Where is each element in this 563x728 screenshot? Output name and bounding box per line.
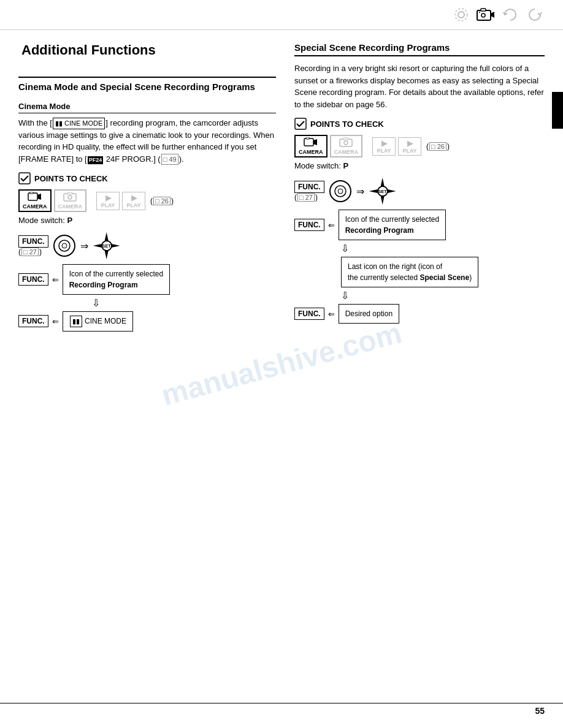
dpad-right[interactable]: SET (369, 178, 396, 205)
svg-rect-8 (28, 193, 37, 200)
page-ref-26-left: (□ 26) (150, 197, 174, 205)
arrow-left1: ⇐ (52, 275, 59, 284)
func-arrow-row1-left: FUNC. ⇐ Icon of the currently selected R… (18, 264, 276, 295)
arrow-left2: ⇐ (52, 317, 59, 326)
refresh-icon (525, 5, 545, 25)
svg-marker-18 (313, 139, 317, 145)
checkmark-icon-right (294, 118, 307, 130)
svg-point-13 (68, 195, 72, 199)
bottom-line (0, 703, 563, 703)
play-btn1-right[interactable]: ▶ PLAY (372, 137, 396, 156)
func-row-right: FUNC. (□ 27) ⇒ SET (294, 178, 545, 205)
dpad-right-center[interactable]: SET (377, 186, 388, 197)
svg-point-15 (62, 243, 67, 248)
func-circle-right[interactable] (329, 180, 351, 202)
main-heading: Additional Functions (21, 42, 276, 58)
desired-option-box: Desired option (339, 304, 399, 324)
cine-icon-box: ▮▮ (70, 316, 82, 327)
play-btn2-label-left: PLAY (126, 202, 140, 208)
mode-switch-left: Mode switch: P (18, 216, 276, 225)
camera-btn-faded-left[interactable]: CAMERA (54, 189, 87, 212)
func-label-desired: FUNC. (294, 308, 324, 320)
arrow-right-right: ⇒ (356, 186, 364, 197)
camera-btn-active-right[interactable]: CAMERA (294, 135, 327, 157)
arrow-left-desired: ⇐ (328, 309, 335, 319)
func-row-left: FUNC. (□ 27) ⇒ SET (18, 232, 276, 259)
func-label-box1-right: FUNC. (294, 219, 324, 231)
func-arrow-row1-right: FUNC. ⇐ Icon of the currently selected R… (294, 210, 545, 240)
dpad-up (105, 232, 109, 241)
page-ref-26-right: (□ 26) (426, 142, 450, 151)
play-btn1-label-left: PLAY (101, 202, 115, 208)
func-ref-right: (□ 27) (294, 193, 318, 202)
points-to-check-label-left: POINTS TO CHECK (34, 174, 108, 183)
svg-point-1 (455, 9, 467, 21)
flow-down1-right: ⇩ (341, 243, 545, 254)
func-label-box1-left: FUNC. (18, 273, 48, 286)
svg-rect-16 (295, 118, 306, 129)
svg-rect-7 (19, 173, 30, 184)
camera-active-icon (476, 5, 496, 25)
flow-down1-left: ⇩ (92, 297, 276, 309)
svg-point-5 (481, 13, 485, 17)
dpad-right-arm (112, 244, 120, 248)
camera-photo-icon-right (339, 137, 353, 149)
camera-btn-faded-right[interactable]: CAMERA (330, 135, 363, 157)
svg-rect-10 (30, 192, 33, 194)
mode-switch-right: Mode switch: P (294, 161, 545, 170)
svg-point-24 (338, 189, 343, 194)
points-to-check-label-right: POINTS TO CHECK (310, 119, 384, 129)
book-ref-49: □ 49 (161, 154, 178, 165)
camera-btn2-label-left: CAMERA (58, 203, 83, 210)
camera-btn2-label-right: CAMERA (334, 149, 359, 155)
top-icon-bar (0, 0, 563, 30)
svg-point-0 (458, 12, 464, 18)
points-to-check-left: POINTS TO CHECK (18, 172, 276, 184)
play-btn2-left[interactable]: ▶ PLAY (122, 192, 145, 210)
arrow-right-left: ⇒ (80, 240, 88, 252)
dpad-left[interactable]: SET (93, 232, 120, 259)
func-arrow-row2-right: Last icon on the right (icon of the curr… (294, 257, 545, 287)
svg-point-6 (479, 12, 480, 13)
camera-photo-icon (63, 192, 77, 203)
play-icon1-right: ▶ (381, 139, 387, 148)
right-section-title: Special Scene Recording Programs (294, 42, 545, 56)
svg-rect-19 (306, 137, 309, 139)
dpad-down (105, 251, 109, 259)
camera-btn-active-left[interactable]: CAMERA (18, 189, 52, 212)
play-btn1-left[interactable]: ▶ PLAY (96, 192, 120, 210)
left-column: Additional Functions Cinema Mode and Spe… (18, 42, 276, 334)
dpad-center[interactable]: SET (101, 240, 112, 251)
func-btn-right[interactable]: FUNC. (294, 181, 324, 193)
right-body-text: Recording in a very bright ski resort or… (294, 63, 545, 110)
func-btn-left[interactable]: FUNC. (18, 235, 48, 248)
play-icon1: ▶ (105, 194, 111, 202)
desired-option-row: FUNC. ⇐ Desired option (294, 304, 545, 324)
sidebar-black-bar (552, 92, 563, 129)
func-label-box2-left: FUNC. (18, 315, 48, 327)
checkmark-icon (18, 172, 31, 184)
play-icon2: ▶ (131, 194, 137, 202)
svg-rect-4 (481, 9, 486, 11)
camera-video-icon-right (304, 137, 318, 149)
func-ref-left: (□ 27) (18, 248, 42, 256)
icon-box1-right: Icon of the currently selected Recording… (339, 210, 446, 240)
play-btn2-right[interactable]: ▶ PLAY (398, 137, 421, 156)
points-to-check-right: POINTS TO CHECK (294, 118, 545, 130)
svg-marker-9 (37, 194, 41, 200)
arrow-left1-right: ⇐ (328, 221, 335, 230)
cine-mode-box: ▮▮ CINE MODE (63, 311, 133, 332)
section-title: Cinema Mode and Special Scene Recording … (18, 82, 276, 92)
func-arrow-row2-left: FUNC. ⇐ ▮▮ CINE MODE (18, 311, 276, 332)
cine-icon-inline: ▮▮ CINE MODE (53, 118, 105, 129)
camera-btn-label-right: CAMERA (299, 149, 323, 155)
icon-box1-left: Icon of the currently selected Recording… (63, 264, 170, 295)
cinema-mode-body: With the [▮▮ CINE MODE] recording progra… (18, 117, 276, 165)
cinema-mode-heading: Cinema Mode (18, 102, 276, 113)
pf24-badge: PF24 (88, 156, 104, 165)
svg-rect-12 (67, 192, 72, 194)
camera-btn-label-left: CAMERA (23, 203, 47, 210)
page-number: 55 (535, 706, 545, 716)
svg-rect-17 (304, 138, 313, 146)
func-circle-left[interactable] (53, 235, 75, 257)
